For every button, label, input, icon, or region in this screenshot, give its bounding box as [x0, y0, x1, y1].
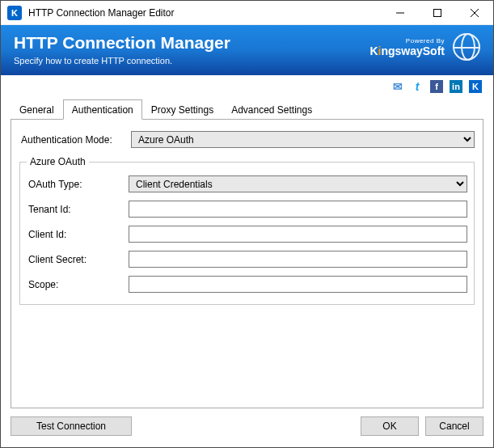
window: K HTTP Connection Manager Editor HTTP Co…	[0, 0, 494, 448]
tenant-id-label: Tenant Id:	[27, 204, 129, 215]
tab-general[interactable]: General	[11, 99, 63, 120]
scope-label: Scope:	[27, 279, 129, 290]
window-title: HTTP Connection Manager Editor	[28, 7, 382, 19]
azure-oauth-group: Azure OAuth OAuth Type: Client Credentia…	[19, 156, 475, 305]
footer: Test Connection OK Cancel	[1, 408, 493, 447]
client-id-input[interactable]	[129, 226, 467, 243]
tab-content: Authentication Mode: Azure OAuth Azure O…	[11, 120, 483, 408]
tab-authentication[interactable]: Authentication	[63, 99, 142, 120]
globe-icon	[453, 33, 480, 61]
tab-advanced[interactable]: Advanced Settings	[222, 99, 321, 120]
header: HTTP Connection Manager Specify how to c…	[1, 25, 493, 75]
cancel-button[interactable]: Cancel	[425, 416, 483, 436]
twitter-icon[interactable]: t	[411, 80, 424, 93]
minimize-button[interactable]	[382, 1, 419, 25]
facebook-icon[interactable]: f	[430, 80, 443, 93]
client-secret-label: Client Secret:	[27, 254, 129, 265]
content: General Authentication Proxy Settings Ad…	[1, 96, 493, 408]
svg-rect-1	[434, 9, 441, 16]
tab-bar: General Authentication Proxy Settings Ad…	[11, 99, 483, 120]
linkedin-icon[interactable]: in	[450, 80, 462, 93]
brand-name: KingswaySoft	[369, 44, 445, 57]
client-secret-input[interactable]	[129, 251, 467, 268]
k-icon[interactable]: K	[469, 80, 482, 93]
mail-icon[interactable]: ✉	[391, 80, 404, 93]
tab-proxy[interactable]: Proxy Settings	[142, 99, 222, 120]
social-bar: ✉ t f in K	[1, 75, 493, 96]
brand-powered-by: Powered By	[369, 37, 445, 44]
test-connection-button[interactable]: Test Connection	[11, 416, 132, 436]
app-icon: K	[7, 6, 22, 20]
tenant-id-input[interactable]	[129, 201, 467, 218]
ok-button[interactable]: OK	[361, 416, 419, 436]
client-id-label: Client Id:	[27, 229, 129, 240]
maximize-button[interactable]	[419, 1, 456, 25]
scope-input[interactable]	[129, 276, 467, 293]
titlebar: K HTTP Connection Manager Editor	[1, 1, 493, 25]
auth-mode-label: Authentication Mode:	[19, 134, 131, 146]
auth-mode-select[interactable]: Azure OAuth	[131, 131, 475, 148]
brand-logo: Powered By KingswaySoft	[369, 37, 445, 57]
maximize-icon	[433, 9, 441, 17]
group-legend: Azure OAuth	[27, 156, 89, 167]
minimize-icon	[396, 9, 404, 17]
oauth-type-label: OAuth Type:	[27, 179, 129, 190]
close-icon	[471, 9, 479, 17]
oauth-type-select[interactable]: Client Credentials	[129, 175, 467, 192]
header-title: HTTP Connection Manager	[14, 33, 369, 53]
header-subtitle: Specify how to create HTTP connection.	[14, 56, 369, 66]
close-button[interactable]	[456, 1, 493, 25]
